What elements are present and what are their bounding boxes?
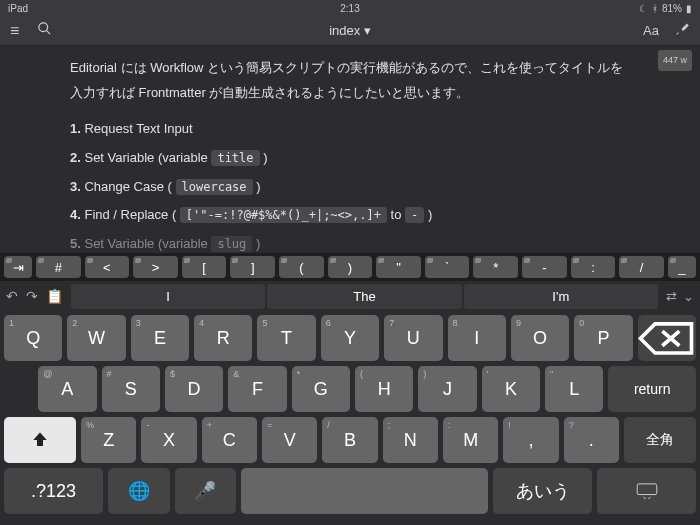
search-icon[interactable]: [37, 21, 52, 40]
sym-key[interactable]: :: [571, 256, 616, 278]
prediction-row: ↶ ↷ 📋 I The I'm ⇄ ⌄: [0, 281, 700, 311]
moon-icon: ☾: [639, 3, 648, 14]
prediction-item[interactable]: I: [71, 284, 265, 309]
paste-icon[interactable]: 📋: [46, 288, 63, 304]
key-c[interactable]: +C: [202, 417, 257, 463]
svg-rect-4: [637, 484, 657, 495]
font-settings-button[interactable]: Aa: [643, 23, 659, 38]
sym-key[interactable]: ]: [230, 256, 275, 278]
paragraph: Editorial には Workflow という簡易スクリプトの実行機能がある…: [70, 56, 630, 105]
kana-key[interactable]: あいう: [493, 468, 592, 514]
key-r[interactable]: 4R: [194, 315, 252, 361]
svg-line-1: [47, 30, 51, 34]
list-item: 4. Find / Replace ( ['"-=:!?@#$%&*()_+|;…: [70, 203, 630, 228]
key-o[interactable]: 9O: [511, 315, 569, 361]
return-key[interactable]: return: [608, 366, 696, 412]
backspace-key[interactable]: [638, 315, 696, 361]
sym-key[interactable]: -: [522, 256, 567, 278]
device-label: iPad: [8, 3, 28, 14]
sym-key[interactable]: (: [279, 256, 324, 278]
svg-point-0: [39, 23, 48, 32]
key-d[interactable]: $D: [165, 366, 223, 412]
wrench-icon[interactable]: [675, 21, 690, 40]
prediction-item[interactable]: I'm: [464, 284, 658, 309]
key-n[interactable]: ;N: [383, 417, 438, 463]
key-m[interactable]: :M: [443, 417, 498, 463]
list-item: 3. Change Case ( lowercase ): [70, 175, 630, 200]
key-l[interactable]: "L: [545, 366, 603, 412]
key-p[interactable]: 0P: [574, 315, 632, 361]
zenkaku-key[interactable]: 全角: [624, 417, 696, 463]
dismiss-keyboard-key[interactable]: [597, 468, 696, 514]
key-w[interactable]: 2W: [67, 315, 125, 361]
list-item: 1. Request Text Input: [70, 117, 630, 142]
key-a[interactable]: @A: [38, 366, 96, 412]
key-g[interactable]: *G: [292, 366, 350, 412]
document-title[interactable]: index ▾: [329, 23, 371, 38]
key-y[interactable]: 6Y: [321, 315, 379, 361]
list-item: 2. Set Variable (variable title ): [70, 146, 630, 171]
globe-key[interactable]: 🌐: [108, 468, 170, 514]
sym-key[interactable]: `: [425, 256, 470, 278]
prediction-item[interactable]: The: [267, 284, 461, 309]
status-bar: iPad 2:13 ☾ ᚼ 81% ▮: [0, 0, 700, 16]
key-s[interactable]: #S: [102, 366, 160, 412]
space-key[interactable]: [241, 468, 488, 514]
key-z[interactable]: %Z: [81, 417, 136, 463]
sym-key[interactable]: ": [376, 256, 421, 278]
sym-key[interactable]: >: [133, 256, 178, 278]
word-count-badge: 447 w: [658, 50, 692, 71]
key-,[interactable]: !,: [503, 417, 558, 463]
keyboard: ⇥ # < > [ ] ( ) " ` * - : / _ ↶ ↷ 📋 I Th…: [0, 253, 700, 525]
symbol-row: ⇥ # < > [ ] ( ) " ` * - : / _: [0, 253, 700, 281]
sym-key-tab[interactable]: ⇥: [4, 256, 32, 278]
sym-key[interactable]: [: [182, 256, 227, 278]
sym-key[interactable]: /: [619, 256, 664, 278]
shift-key[interactable]: [4, 417, 76, 463]
key-b[interactable]: /B: [322, 417, 377, 463]
settings-icon[interactable]: ⇄: [666, 289, 677, 304]
sym-key[interactable]: <: [85, 256, 130, 278]
key-q[interactable]: 1Q: [4, 315, 62, 361]
undo-icon[interactable]: ↶: [6, 288, 18, 304]
key-x[interactable]: -X: [141, 417, 196, 463]
chevron-down-icon[interactable]: ⌄: [683, 289, 694, 304]
key-f[interactable]: &F: [228, 366, 286, 412]
num-key[interactable]: .?123: [4, 468, 103, 514]
redo-icon[interactable]: ↷: [26, 288, 38, 304]
clock: 2:13: [340, 3, 359, 14]
key-v[interactable]: =V: [262, 417, 317, 463]
battery-label: 81%: [662, 3, 682, 14]
menu-icon[interactable]: ≡: [10, 22, 19, 40]
bluetooth-icon: ᚼ: [652, 3, 658, 14]
key-u[interactable]: 7U: [384, 315, 442, 361]
key-i[interactable]: 8I: [448, 315, 506, 361]
sym-key[interactable]: ): [328, 256, 373, 278]
toolbar: ≡ index ▾ Aa: [0, 16, 700, 46]
key-e[interactable]: 3E: [131, 315, 189, 361]
key-k[interactable]: 'K: [482, 366, 540, 412]
key-.[interactable]: ?.: [564, 417, 619, 463]
battery-icon: ▮: [686, 3, 692, 14]
sym-key[interactable]: #: [36, 256, 81, 278]
mic-key[interactable]: 🎤: [175, 468, 237, 514]
keyboard-main: 1Q2W3E4R5T6Y7U8I9O0P @A#S$D&F*G(H)J'K"Lr…: [0, 311, 700, 525]
key-t[interactable]: 5T: [257, 315, 315, 361]
key-j[interactable]: )J: [418, 366, 476, 412]
sym-key[interactable]: _: [668, 256, 696, 278]
sym-key[interactable]: *: [473, 256, 518, 278]
key-h[interactable]: (H: [355, 366, 413, 412]
editor-area[interactable]: 447 w Editorial には Workflow という簡易スクリプトの実…: [0, 46, 700, 257]
